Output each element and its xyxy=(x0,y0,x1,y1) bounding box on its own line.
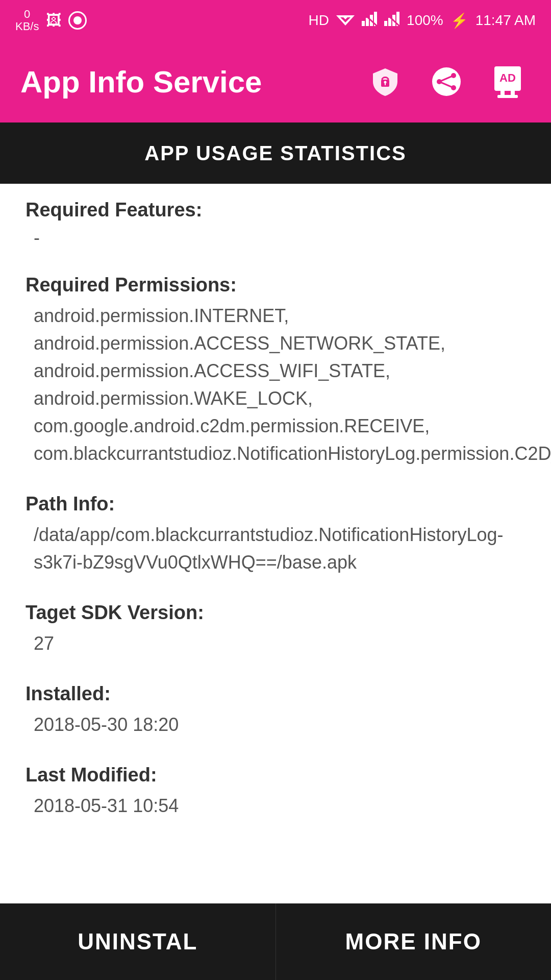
shield-lock-button[interactable] xyxy=(362,59,408,105)
svg-rect-25 xyxy=(497,95,518,98)
target-sdk-section: Taget SDK Version: 27 xyxy=(26,602,525,657)
svg-rect-3 xyxy=(362,21,365,26)
kb-unit: KB/s xyxy=(15,20,39,33)
status-bar: 0 KB/s 🖼 HD xyxy=(0,0,551,41)
last-modified-value: 2018-05-31 10:54 xyxy=(26,792,525,820)
svg-rect-9 xyxy=(388,18,391,26)
last-modified-label: Last Modified: xyxy=(26,764,525,786)
required-permissions-value: android.permission.INTERNET, android.per… xyxy=(26,302,525,468)
bottom-buttons: UNINSTAL MORE INFO xyxy=(0,903,551,980)
battery-label: 100% xyxy=(407,12,443,29)
required-features-section: Required Features: - xyxy=(26,199,525,249)
installed-section: Installed: 2018-05-30 18:20 xyxy=(26,683,525,739)
kb-top: 0 xyxy=(24,8,30,20)
content-area: Required Features: - Required Permission… xyxy=(0,184,551,820)
installed-value: 2018-05-30 18:20 xyxy=(26,711,525,739)
share-button[interactable] xyxy=(423,59,469,105)
app-title: App Info Service xyxy=(20,64,362,100)
more-info-button[interactable]: MORE INFO xyxy=(276,903,552,980)
svg-point-16 xyxy=(432,67,461,96)
ad-button[interactable]: AD xyxy=(485,59,531,105)
path-info-section: Path Info: /data/app/com.blackcurrantstu… xyxy=(26,493,525,576)
required-features-value: - xyxy=(26,227,525,249)
required-features-label: Required Features: xyxy=(26,199,525,221)
installed-label: Installed: xyxy=(26,683,525,705)
target-sdk-label: Taget SDK Version: xyxy=(26,602,525,624)
svg-rect-8 xyxy=(384,21,387,26)
status-bar-right: HD xyxy=(309,11,536,30)
app-header: App Info Service xyxy=(0,41,551,122)
record-icon xyxy=(68,11,87,30)
status-bar-left: 0 KB/s 🖼 xyxy=(15,8,87,33)
wifi-icon xyxy=(336,11,355,30)
main-content: APP USAGE STATISTICS Required Features: … xyxy=(0,122,551,927)
time-label: 11:47 AM xyxy=(475,12,536,29)
svg-point-14 xyxy=(384,81,387,84)
target-sdk-value: 27 xyxy=(26,630,525,657)
usage-stats-button[interactable]: APP USAGE STATISTICS xyxy=(0,122,551,184)
hd-label: HD xyxy=(309,12,329,29)
required-permissions-label: Required Permissions: xyxy=(26,274,525,296)
path-info-value: /data/app/com.blackcurrantstudioz.Notifi… xyxy=(26,521,525,576)
path-info-label: Path Info: xyxy=(26,493,525,515)
header-icons: AD xyxy=(362,59,531,105)
battery-icon: ⚡ xyxy=(450,12,468,29)
last-modified-section: Last Modified: 2018-05-31 10:54 xyxy=(26,764,525,820)
svg-rect-15 xyxy=(385,83,386,85)
required-permissions-section: Required Permissions: android.permission… xyxy=(26,274,525,468)
svg-rect-4 xyxy=(366,18,369,26)
kb-indicator: 0 KB/s xyxy=(15,8,39,33)
image-icon: 🖼 xyxy=(46,12,61,29)
signal-icon xyxy=(362,12,377,30)
signal2-icon xyxy=(384,12,399,30)
svg-text:AD: AD xyxy=(499,71,516,84)
uninstall-button[interactable]: UNINSTAL xyxy=(0,903,276,980)
